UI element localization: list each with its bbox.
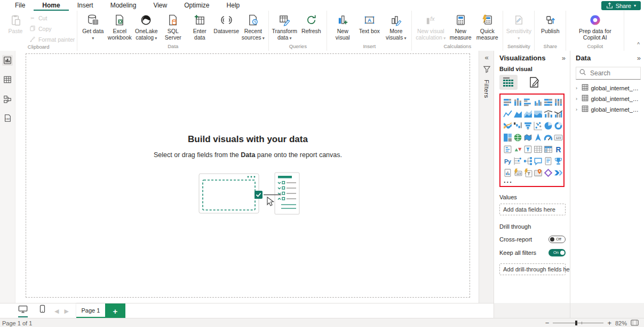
zoom-in-button[interactable]: +	[607, 320, 611, 326]
zoom-slider-thumb[interactable]	[575, 321, 577, 325]
keep-all-filters-toggle[interactable]: On	[548, 249, 566, 256]
chevron-right-icon[interactable]: ›	[576, 96, 579, 102]
menu-item-home[interactable]: Home	[34, 1, 68, 11]
azure-map-icon[interactable]	[533, 133, 543, 143]
100-percent-stacked-bar-chart-icon[interactable]	[543, 97, 553, 107]
chevron-right-icon[interactable]: ›	[576, 85, 579, 91]
dax-query-view-button[interactable]: DAX	[2, 113, 13, 123]
arcgis-map-icon[interactable]	[533, 168, 543, 178]
power-apps-icon[interactable]	[543, 168, 553, 178]
menu-item-optimize[interactable]: Optimize	[176, 1, 218, 11]
next-page-icon[interactable]: ▶	[64, 308, 68, 315]
filters-pane-label[interactable]: Filters	[483, 80, 490, 98]
dataverse-button[interactable]: Dataverse	[213, 12, 240, 34]
page-tab[interactable]: Page 1	[76, 303, 105, 318]
q-and-a-icon[interactable]	[533, 156, 543, 166]
get-data-button[interactable]: Get data ▾	[79, 12, 106, 41]
expand-pane-icon[interactable]: »	[637, 54, 641, 62]
table-icon[interactable]	[533, 144, 543, 154]
menu-item-view[interactable]: View	[145, 1, 176, 11]
data-table-item[interactable]: ›global_internet_adopti...	[576, 95, 641, 103]
donut-chart-icon[interactable]	[553, 121, 563, 131]
line-chart-icon[interactable]	[503, 109, 513, 119]
collapse-ribbon-icon[interactable]: ^	[637, 42, 640, 48]
clustered-bar-chart-icon[interactable]	[523, 97, 533, 107]
stacked-column-chart-icon[interactable]	[513, 97, 523, 107]
funnel-chart-icon[interactable]	[523, 121, 533, 131]
area-chart-icon[interactable]	[513, 109, 523, 119]
pie-chart-icon[interactable]	[543, 121, 553, 131]
decomposition-tree-icon[interactable]	[523, 156, 533, 166]
cross-report-toggle[interactable]: Off	[548, 236, 566, 243]
waterfall-chart-icon[interactable]	[513, 121, 523, 131]
sql-server-button[interactable]: SQL Server	[160, 12, 186, 41]
python-visual-icon[interactable]: Py	[503, 156, 513, 166]
smart-narrative-icon[interactable]	[543, 156, 553, 166]
menu-item-help[interactable]: Help	[218, 1, 249, 11]
100-percent-stacked-area-chart-icon[interactable]	[533, 109, 543, 119]
transform-data-button[interactable]: Transform data ▾	[271, 12, 298, 41]
format-visual-mode-button[interactable]	[525, 75, 543, 90]
card-icon[interactable]: 123	[553, 133, 563, 143]
menu-item-file[interactable]: File	[6, 1, 34, 11]
stacked-bar-chart-icon[interactable]	[503, 97, 513, 107]
data-table-item[interactable]: ›global_internet_adopti...	[576, 105, 641, 114]
previous-page-icon[interactable]: ◀	[54, 308, 59, 315]
model-view-button[interactable]	[2, 94, 13, 104]
fit-to-page-icon[interactable]	[631, 320, 639, 327]
menu-item-modeling[interactable]: Modeling	[102, 1, 145, 11]
chevron-right-icon[interactable]: ›	[576, 107, 579, 112]
excel-workbook-button[interactable]: Excel workbook	[106, 12, 133, 41]
new-measure-button[interactable]: New measure	[447, 12, 474, 41]
100-percent-stacked-column-chart-icon[interactable]	[553, 97, 563, 107]
drill-through-field-well[interactable]: Add drill-through fields here	[499, 263, 566, 275]
report-view-button[interactable]	[2, 55, 13, 66]
zoom-slider[interactable]	[553, 323, 603, 323]
power-automate-icon[interactable]	[553, 168, 563, 178]
recent-sources-button[interactable]: Recent sources ▾	[240, 12, 266, 41]
slicer-new-icon[interactable]	[523, 168, 533, 178]
multi-row-card-icon[interactable]	[503, 144, 513, 154]
build-visual-mode-button[interactable]	[499, 75, 518, 90]
map-icon[interactable]	[513, 133, 523, 143]
line-and-stacked-column-chart-icon[interactable]	[543, 109, 553, 119]
table-view-button[interactable]	[2, 74, 13, 85]
key-influencers-icon[interactable]	[513, 156, 523, 166]
slicer-icon[interactable]	[523, 144, 533, 154]
card-new-icon[interactable]: 123	[513, 168, 523, 178]
refresh-button[interactable]: Refresh	[298, 12, 324, 34]
get-more-visuals-button[interactable]: ...	[503, 178, 562, 185]
data-table-item[interactable]: ›global_internet_adopti...	[576, 84, 641, 92]
prep-data-for-copilot-ai-button[interactable]: Prep data for Copilot AI	[568, 12, 622, 41]
expand-pane-icon[interactable]: »	[562, 54, 566, 62]
report-canvas[interactable]: Build visuals with your data Select or d…	[26, 53, 470, 298]
publish-button[interactable]: Publish	[537, 12, 563, 34]
more-visuals-button[interactable]: More visuals ▾	[383, 12, 409, 41]
filled-map-icon[interactable]	[523, 133, 533, 143]
add-page-button[interactable]: +	[105, 303, 125, 318]
gauge-icon[interactable]	[543, 133, 553, 143]
search-input[interactable]	[589, 69, 638, 77]
zoom-out-button[interactable]: −	[545, 320, 550, 326]
line-and-clustered-column-chart-icon[interactable]	[553, 109, 563, 119]
mobile-layout-button[interactable]	[37, 305, 47, 317]
search-box[interactable]	[576, 67, 641, 80]
metrics-icon[interactable]	[553, 156, 563, 166]
filter-funnel-icon[interactable]	[483, 65, 491, 75]
ribbon-chart-icon[interactable]	[503, 121, 513, 131]
menu-item-insert[interactable]: Insert	[69, 1, 102, 11]
treemap-icon[interactable]	[503, 133, 513, 143]
matrix-icon[interactable]	[543, 144, 553, 154]
quick-measure-button[interactable]: Quick measure	[474, 12, 500, 41]
enter-data-button[interactable]: Enter data	[186, 12, 213, 41]
share-button[interactable]: Share ▾	[601, 1, 641, 10]
clustered-column-chart-icon[interactable]	[533, 97, 543, 107]
kpi-icon[interactable]	[513, 144, 523, 154]
new-visual-button[interactable]: New visual	[329, 12, 356, 41]
r-script-visual-icon[interactable]: R	[553, 144, 563, 154]
stacked-area-chart-icon[interactable]	[523, 109, 533, 119]
scatter-chart-icon[interactable]	[533, 121, 543, 131]
collapse-pane-icon[interactable]: «	[484, 54, 488, 61]
desktop-layout-button[interactable]	[18, 305, 28, 317]
text-box-button[interactable]: AText box	[356, 12, 383, 34]
